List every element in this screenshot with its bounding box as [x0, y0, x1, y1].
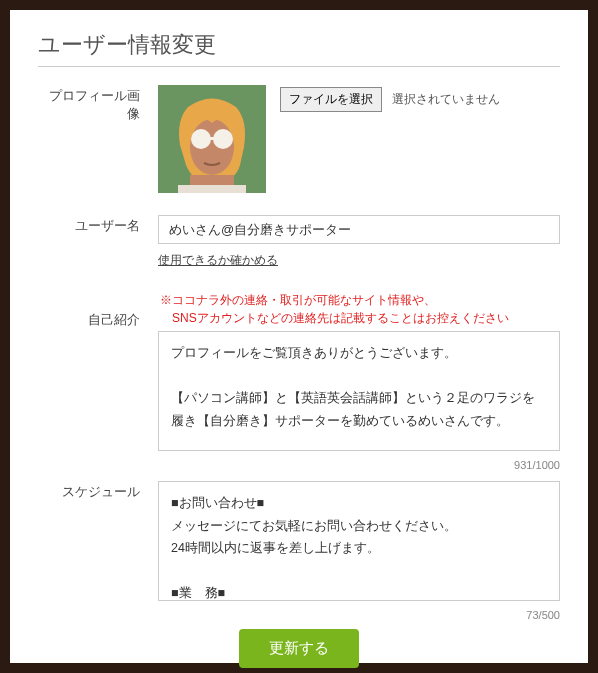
- submit-button[interactable]: 更新する: [239, 629, 359, 668]
- intro-counter: 931/1000: [158, 459, 560, 471]
- schedule-textarea[interactable]: [158, 481, 560, 601]
- user-info-form: ユーザー情報変更 プロフィール画像 ファイルを選択: [10, 10, 588, 663]
- intro-warning: ※ココナラ外の連絡・取引が可能なサイト情報や、 SNSアカウントなどの連絡先は記…: [158, 291, 560, 327]
- file-select-button[interactable]: ファイルを選択: [280, 87, 382, 112]
- svg-point-4: [191, 129, 211, 149]
- schedule-row: スケジュール 73/500: [38, 481, 560, 621]
- svg-rect-6: [210, 137, 214, 140]
- page-title: ユーザー情報変更: [38, 30, 560, 60]
- avatar-icon: [158, 85, 266, 193]
- profile-image-label: プロフィール画像: [38, 85, 158, 123]
- schedule-label: スケジュール: [38, 481, 158, 501]
- svg-point-5: [213, 129, 233, 149]
- username-input[interactable]: [158, 215, 560, 244]
- profile-image-row: プロフィール画像 ファイルを選択 選択されていません: [38, 85, 560, 193]
- intro-label: 自己紹介: [38, 291, 158, 329]
- intro-row: 自己紹介 ※ココナラ外の連絡・取引が可能なサイト情報や、 SNSアカウントなどの…: [38, 291, 560, 471]
- divider: [38, 66, 560, 67]
- svg-rect-3: [178, 185, 246, 193]
- file-status-text: 選択されていません: [392, 91, 500, 108]
- username-label: ユーザー名: [38, 215, 158, 235]
- avatar: [158, 85, 266, 193]
- schedule-counter: 73/500: [158, 609, 560, 621]
- username-row: ユーザー名 使用できるか確かめる: [38, 215, 560, 269]
- intro-textarea[interactable]: [158, 331, 560, 451]
- check-availability-link[interactable]: 使用できるか確かめる: [158, 252, 278, 269]
